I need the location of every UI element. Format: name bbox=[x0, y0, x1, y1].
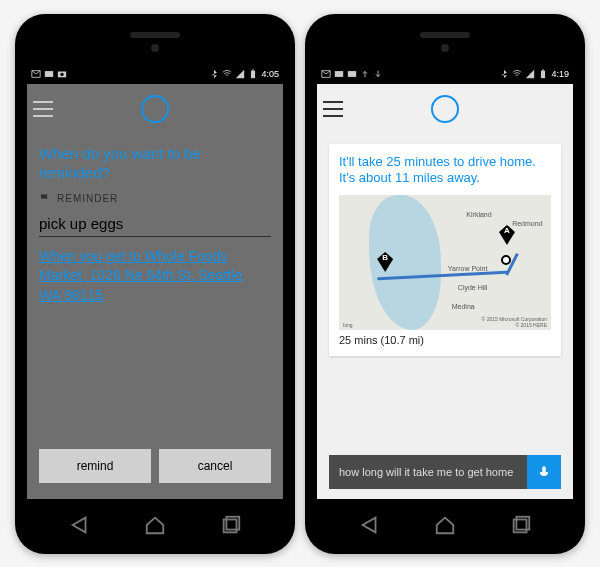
download-icon bbox=[373, 69, 383, 79]
recent-icon[interactable] bbox=[220, 514, 242, 536]
camera-icon bbox=[57, 69, 67, 79]
svg-rect-9 bbox=[541, 70, 545, 78]
status-time: 4:19 bbox=[551, 69, 569, 79]
route-map[interactable]: A B Kirkland Redmond Yarrow Point Clyde … bbox=[339, 195, 551, 330]
signal-icon bbox=[235, 69, 245, 79]
phone-right: 4:19 It'll take 25 minutes to drive home… bbox=[305, 14, 585, 554]
status-time: 4:05 bbox=[261, 69, 279, 79]
map-attribution: © 2015 Microsoft Corporation © 2015 HERE bbox=[482, 316, 547, 328]
map-label-clyde: Clyde Hill bbox=[458, 284, 488, 291]
card-icon bbox=[347, 69, 357, 79]
cortana-icon[interactable] bbox=[431, 95, 459, 123]
button-row: remind cancel bbox=[39, 449, 271, 489]
svg-rect-4 bbox=[253, 69, 255, 70]
svg-rect-7 bbox=[335, 71, 343, 77]
cortana-icon[interactable] bbox=[141, 95, 169, 123]
flag-icon bbox=[39, 193, 51, 205]
battery-icon bbox=[538, 69, 548, 79]
query-input-bar bbox=[329, 455, 561, 489]
cancel-button[interactable]: cancel bbox=[159, 449, 271, 483]
card-icon bbox=[334, 69, 344, 79]
reminder-location-link[interactable]: When you get to Whole Foods Market, 1026… bbox=[39, 247, 271, 306]
home-icon[interactable] bbox=[434, 514, 456, 536]
mic-icon bbox=[537, 465, 551, 479]
svg-rect-8 bbox=[348, 71, 356, 77]
content-area: It'll take 25 minutes to drive home. It'… bbox=[317, 134, 573, 499]
svg-point-2 bbox=[60, 72, 63, 75]
status-bar: 4:05 bbox=[27, 64, 283, 84]
app-header bbox=[317, 84, 573, 134]
answer-card: It'll take 25 minutes to drive home. It'… bbox=[329, 144, 561, 357]
map-bing-logo: bing bbox=[343, 322, 352, 328]
recent-icon[interactable] bbox=[510, 514, 532, 536]
map-pin-a: A bbox=[499, 225, 515, 245]
prompt-text: When do you want to be reminded? bbox=[39, 144, 271, 183]
remind-button[interactable]: remind bbox=[39, 449, 151, 483]
back-icon[interactable] bbox=[69, 514, 91, 536]
svg-rect-3 bbox=[251, 70, 255, 78]
home-icon[interactable] bbox=[144, 514, 166, 536]
menu-button[interactable] bbox=[33, 101, 53, 117]
battery-icon bbox=[248, 69, 258, 79]
svg-rect-10 bbox=[543, 69, 545, 70]
upload-icon bbox=[360, 69, 370, 79]
app-header bbox=[27, 84, 283, 134]
wifi-icon bbox=[512, 69, 522, 79]
android-nav-bar bbox=[15, 510, 295, 540]
status-bar: 4:19 bbox=[317, 64, 573, 84]
signal-icon bbox=[525, 69, 535, 79]
map-label-yarrow: Yarrow Point bbox=[448, 265, 488, 272]
map-origin-marker bbox=[501, 255, 511, 265]
bluetooth-icon bbox=[209, 69, 219, 79]
reminder-tag: REMINDER bbox=[39, 193, 271, 205]
screen-right: 4:19 It'll take 25 minutes to drive home… bbox=[317, 64, 573, 499]
answer-text: It'll take 25 minutes to drive home. It'… bbox=[339, 154, 551, 188]
bluetooth-icon bbox=[499, 69, 509, 79]
android-nav-bar bbox=[305, 510, 585, 540]
route-summary: 25 mins (10.7 mi) bbox=[339, 334, 551, 346]
map-label-medina: Medina bbox=[452, 303, 475, 310]
reminder-label: REMINDER bbox=[57, 193, 118, 204]
card-icon bbox=[44, 69, 54, 79]
envelope-icon bbox=[321, 69, 331, 79]
svg-rect-0 bbox=[45, 71, 53, 77]
back-icon[interactable] bbox=[359, 514, 381, 536]
mic-button[interactable] bbox=[527, 455, 561, 489]
screen-left: 4:05 When do you want to be reminded? RE… bbox=[27, 64, 283, 499]
query-input[interactable] bbox=[329, 466, 527, 478]
phone-left: 4:05 When do you want to be reminded? RE… bbox=[15, 14, 295, 554]
reminder-task-input[interactable]: pick up eggs bbox=[39, 215, 271, 237]
map-label-kirkland: Kirkland bbox=[466, 211, 491, 218]
envelope-icon bbox=[31, 69, 41, 79]
menu-button[interactable] bbox=[323, 101, 343, 117]
content-area: When do you want to be reminded? REMINDE… bbox=[27, 134, 283, 499]
wifi-icon bbox=[222, 69, 232, 79]
map-label-redmond: Redmond bbox=[512, 220, 542, 227]
